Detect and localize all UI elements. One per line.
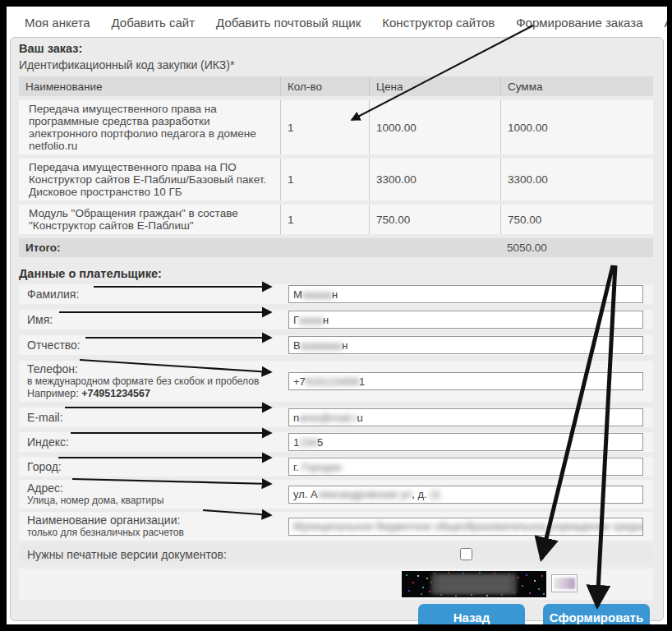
patronymic-label: Отчество: (27, 339, 288, 352)
item-price: 1000.00 (369, 100, 500, 154)
payer-title: Данные о плательщике: (19, 266, 653, 281)
value-start: +7 (293, 375, 306, 388)
nav-add-mailbox[interactable]: Добавить почтовый ящик (216, 16, 361, 30)
example-value: +74951234567 (81, 388, 150, 399)
phone-example: Например: +74951234567 (27, 388, 288, 400)
order-title: Ваш заказ: (19, 41, 653, 56)
value-end: 5 (317, 436, 323, 449)
postcode-input[interactable]: 12345 (288, 433, 643, 451)
email-input[interactable]: name@mail.ru (288, 408, 643, 426)
order-panel: Ваш заказ: Идентификационный код закупки… (10, 37, 664, 621)
field-row-organization: Наименование организации: только для без… (19, 512, 653, 541)
ikz-label: Идентификационный код закупки (ИКЗ)* (19, 58, 653, 72)
field-row-city: Город: г. Городок (19, 457, 653, 477)
field-row-patronymic: Отчество: Вааааааан (19, 335, 653, 355)
field-row-firstname: Имя: Гаааан (19, 310, 653, 329)
item-sum: 1000.00 (500, 100, 653, 154)
organization-hint: только для безналичных расчетов (27, 527, 288, 539)
captcha-row (19, 569, 653, 600)
email-label: E-mail: (27, 411, 288, 424)
firstname-input[interactable]: Гаааан (288, 311, 643, 329)
value-redacted: лександровская ул (318, 488, 412, 500)
item-sum: 750.00 (500, 205, 653, 234)
value-redacted: аааа (299, 314, 323, 326)
value-redacted: ааааааа (301, 339, 343, 352)
submit-button[interactable]: Сформировать (543, 604, 650, 624)
item-name: Передача имущественного права на ПО Конс… (19, 159, 280, 200)
city-input[interactable]: г. Городок (288, 458, 643, 476)
item-sum: 3300.00 (500, 159, 653, 200)
city-label: Город: (27, 460, 288, 473)
field-row-email: E-mail: name@mail.ru (19, 408, 653, 427)
top-nav: Моя анкета Добавить сайт Добавить почтов… (7, 7, 667, 37)
phone-label: Телефон: (27, 362, 288, 375)
phone-input[interactable]: +79161234561 (288, 372, 643, 390)
surname-input[interactable]: Мааааан (288, 285, 643, 303)
nav-order-formation[interactable]: Формирование заказа (516, 16, 642, 30)
item-qty: 1 (280, 205, 369, 234)
item-qty: 1 (280, 159, 369, 200)
field-row-address: Адрес: Улица, номер дома, квартиры ул. А… (19, 480, 653, 509)
value-start: г. (293, 461, 301, 473)
col-header-sum: Сумма (500, 76, 653, 96)
address-hint: Улица, номер дома, квартиры (27, 495, 288, 507)
total-label: Итого: (19, 238, 500, 257)
item-price: 750.00 (369, 205, 500, 234)
item-price: 3300.00 (369, 159, 500, 200)
field-row-phone: Телефон: в международном формате без ско… (19, 361, 653, 402)
table-total-row: Итого: 5050.00 (19, 238, 653, 257)
surname-label: Фамилия: (27, 288, 288, 301)
organization-label: Наименование организации: (27, 514, 288, 527)
field-row-surname: Фамилия: Мааааан (19, 284, 653, 304)
captcha-image (402, 571, 546, 597)
value-start: n (293, 412, 299, 424)
nav-site-builder[interactable]: Конструктор сайтов (382, 16, 495, 30)
printed-docs-label: Нужны печатные версии документов: (27, 548, 227, 561)
table-row: Передача имущественного права на ПО Конс… (19, 159, 653, 200)
value-redacted: ааааа (302, 288, 332, 301)
total-value: 5050.00 (500, 238, 653, 257)
value-start: М (293, 288, 302, 301)
value-mid: , д. (412, 488, 430, 500)
value-redacted: ame@mail.r (299, 412, 357, 424)
captcha-input[interactable] (551, 574, 578, 592)
table-row: Передача имущественного права на програм… (19, 100, 653, 154)
value-end: 1 (359, 375, 365, 388)
value-start: ул. А (293, 488, 318, 500)
patronymic-input[interactable]: Вааааааан (288, 336, 643, 354)
value-end: u (357, 412, 363, 424)
field-row-postcode: Индекс: 12345 (19, 432, 653, 452)
item-name: Передача имущественного права на програм… (19, 100, 280, 154)
value-redacted: 234 (299, 436, 317, 449)
value-redacted: Муниципальное бюджетное общеобразователь… (293, 520, 643, 532)
nav-my-profile[interactable]: Моя анкета (25, 16, 90, 30)
value-redacted: Городок (301, 461, 341, 473)
phone-hint: в международном формате без скобок и про… (27, 375, 288, 388)
item-qty: 1 (280, 100, 369, 154)
table-row: Модуль "Обращения граждан" в составе "Ко… (19, 205, 653, 234)
example-prefix: Например: (27, 388, 79, 399)
nav-add-site[interactable]: Добавить сайт (112, 16, 196, 30)
page: Моя анкета Добавить сайт Добавить почтов… (7, 7, 667, 624)
value-start: Г (293, 314, 299, 326)
value-end: н (342, 339, 348, 352)
organization-input[interactable]: Муниципальное бюджетное общеобразователь… (288, 518, 643, 536)
back-button[interactable]: Назад (418, 604, 525, 624)
firstname-label: Имя: (27, 313, 288, 326)
col-header-name: Наименование (19, 76, 280, 96)
value-end: н (332, 288, 338, 301)
value-end: н (323, 314, 329, 326)
value-redacted: 916123456 (306, 375, 359, 388)
table-header-row: Наименование Кол-во Цена Сумма (19, 76, 653, 96)
col-header-qty: Кол-во (280, 76, 369, 96)
order-table: Наименование Кол-во Цена Сумма Передача … (19, 72, 653, 261)
item-name: Модуль "Обращения граждан" в составе "Ко… (19, 205, 280, 234)
printed-docs-checkbox[interactable] (460, 548, 472, 560)
address-input[interactable]: ул. Александровская ул, д. 11 (288, 486, 643, 504)
value-start: 1 (293, 436, 299, 449)
actions-row: Назад Сформировать (19, 604, 653, 624)
nav-archive[interactable]: Архив (665, 16, 668, 30)
captcha-input-redacted-value (554, 578, 575, 589)
value-redacted-2: 11 (430, 488, 441, 500)
col-header-price: Цена (369, 76, 500, 96)
